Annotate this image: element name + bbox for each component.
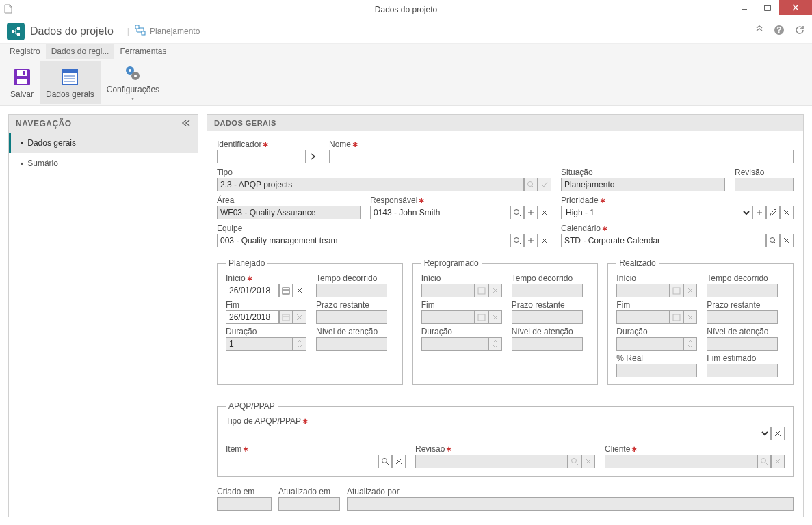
id-input[interactable] <box>217 150 306 163</box>
sidebar: NAVEGAÇÃO ▪Dados gerais ▪Sumário <box>8 114 198 517</box>
resched-duration-label: Duração <box>421 327 502 336</box>
close-button[interactable] <box>779 0 812 15</box>
planned-elapsed-input <box>316 284 387 297</box>
svg-point-36 <box>770 238 775 243</box>
help-icon[interactable]: ? <box>774 25 785 38</box>
collapse-sidebar-icon[interactable] <box>181 119 191 129</box>
ribbon-tab-ferramentas[interactable]: Ferramentas <box>114 44 172 59</box>
svg-line-51 <box>765 463 768 465</box>
save-icon <box>11 66 33 88</box>
breadcrumb-mode: Planejamento <box>135 25 200 38</box>
done-est-end-input <box>707 364 778 377</box>
planned-elapsed-label: Tempo decorrido <box>316 273 394 283</box>
sidebar-item-summary[interactable]: ▪Sumário <box>9 153 198 174</box>
responsible-input[interactable] <box>370 206 510 219</box>
svg-line-37 <box>774 242 776 244</box>
svg-rect-40 <box>283 314 289 321</box>
id-next-button[interactable] <box>306 150 319 163</box>
type-label: Tipo <box>217 167 551 177</box>
responsible-add-button[interactable] <box>524 206 538 219</box>
id-label: Identificador✱ <box>217 139 319 149</box>
maximize-button[interactable] <box>756 0 779 15</box>
apqp-type-label: Tipo de APQP/PPAP✱ <box>226 416 785 426</box>
ribbon-tab-registro[interactable]: Registro <box>4 44 46 59</box>
sidebar-item-general[interactable]: ▪Dados gerais <box>9 133 198 153</box>
ribbon: Salvar Dados gerais Configurações ▾ <box>0 59 812 106</box>
planned-start-calendar-icon[interactable] <box>279 284 293 297</box>
calendar-input[interactable] <box>561 234 766 247</box>
resched-start-calendar-icon <box>475 284 488 297</box>
updated-input <box>278 497 340 511</box>
resched-end-input <box>421 310 475 324</box>
area-label: Área <box>217 196 361 205</box>
minimize-button[interactable] <box>733 0 756 15</box>
apqp-type-clear-button[interactable] <box>771 427 785 440</box>
priority-select[interactable]: High - 1 <box>561 206 752 219</box>
updated-label: Atualizado em <box>278 487 340 496</box>
svg-rect-8 <box>142 31 145 35</box>
apqp-item-label: Item✱ <box>226 444 406 454</box>
resched-start-input <box>421 284 475 297</box>
revision-label: Revisão <box>735 167 794 177</box>
refresh-icon[interactable] <box>794 25 805 38</box>
done-elapsed-input <box>707 284 778 297</box>
svg-text:?: ? <box>776 25 781 35</box>
ribbon-config-button[interactable]: Configurações ▾ <box>101 61 166 104</box>
calendar-search-button[interactable] <box>766 234 780 247</box>
apqp-rev-label: Revisão✱ <box>415 444 595 454</box>
team-add-button[interactable] <box>524 234 538 247</box>
planned-start-clear-button[interactable] <box>293 284 306 297</box>
apqp-legend: APQP/PPAP <box>226 401 278 411</box>
calendar-clear-button[interactable] <box>780 234 794 247</box>
team-input[interactable] <box>217 234 510 247</box>
priority-clear-button[interactable] <box>780 206 794 219</box>
ribbon-save-button[interactable]: Salvar <box>4 61 40 104</box>
resched-end-clear-button <box>488 310 502 324</box>
done-duration-input <box>616 337 683 351</box>
revision-input <box>735 178 794 191</box>
planned-end-input[interactable] <box>226 310 279 324</box>
svg-rect-6 <box>17 33 20 36</box>
ribbon-tabs: Registro Dados do regi... Ferramentas <box>0 44 812 59</box>
planning-icon <box>135 25 146 38</box>
resched-end-calendar-icon <box>475 310 488 324</box>
situation-input <box>561 178 725 191</box>
apqp-client-clear-button <box>771 455 785 468</box>
resched-start-label: Início <box>421 273 502 283</box>
done-start-label: Início <box>616 273 697 283</box>
planned-start-input[interactable] <box>226 284 279 297</box>
apqp-rev-clear-button <box>581 455 595 468</box>
done-legend: Realizado <box>616 258 658 268</box>
apqp-client-label: Cliente✱ <box>605 444 785 454</box>
priority-edit-button[interactable] <box>766 206 780 219</box>
team-search-button[interactable] <box>510 234 524 247</box>
apqp-rev-input <box>415 455 568 468</box>
collapse-header-icon[interactable] <box>755 25 764 38</box>
done-duration-label: Duração <box>616 327 697 336</box>
responsible-clear-button[interactable] <box>538 206 551 219</box>
svg-point-26 <box>514 210 519 215</box>
apqp-item-input[interactable] <box>226 455 378 468</box>
svg-rect-7 <box>135 25 139 29</box>
svg-rect-13 <box>17 79 27 84</box>
rescheduled-fieldset: Reprogramado Início Tempo decorrido <box>412 258 599 385</box>
apqp-type-select[interactable] <box>226 427 771 440</box>
ribbon-general-button[interactable]: Dados gerais <box>40 61 101 104</box>
apqp-item-search-button[interactable] <box>378 455 392 468</box>
team-clear-button[interactable] <box>538 234 551 247</box>
svg-point-50 <box>761 459 766 463</box>
planned-end-calendar-icon <box>279 310 293 324</box>
resched-attention-input <box>512 337 583 351</box>
sidebar-item-label: Dados gerais <box>27 138 76 148</box>
planned-remaining-label: Prazo restante <box>316 300 394 310</box>
priority-add-button[interactable] <box>752 206 766 219</box>
done-pct-label: % Real <box>616 353 697 363</box>
done-duration-spinner <box>683 337 697 351</box>
resched-elapsed-input <box>512 284 583 297</box>
responsible-search-button[interactable] <box>510 206 524 219</box>
window-titlebar: Dados do projeto <box>0 0 812 19</box>
apqp-item-clear-button[interactable] <box>392 455 406 468</box>
done-elapsed-label: Tempo decorrido <box>707 273 785 283</box>
ribbon-tab-dados[interactable]: Dados do regi... <box>46 44 115 59</box>
name-input[interactable] <box>329 150 794 163</box>
